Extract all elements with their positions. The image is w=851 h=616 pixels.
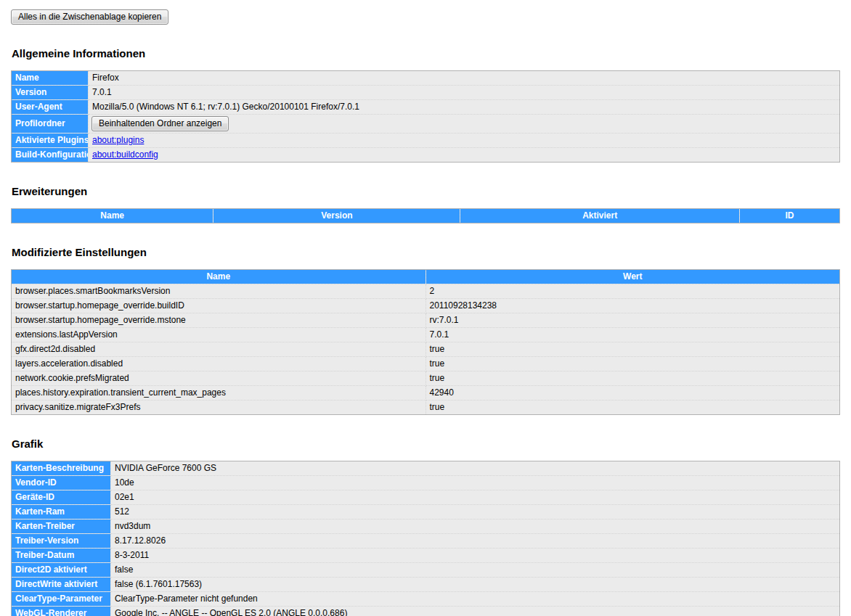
column-header-name: Name [12, 270, 426, 284]
pref-value: rv:7.0.1 [426, 313, 840, 328]
column-header-name: Name [12, 209, 213, 223]
table-row: browser.startup.homepage_override.mstone… [12, 313, 840, 328]
pref-value: true [426, 371, 840, 386]
row-label: Vendor-ID [12, 476, 111, 490]
general-info-table: Name Firefox Version 7.0.1 User-Agent Mo… [11, 70, 840, 163]
graphics-table: Karten-BeschreibungNVIDIA GeForce 7600 G… [11, 461, 840, 616]
row-value: Mozilla/5.0 (Windows NT 6.1; rv:7.0.1) G… [89, 100, 840, 115]
pref-name: privacy.sanitize.migrateFx3Prefs [12, 401, 426, 415]
table-row: extensions.lastAppVersion7.0.1 [12, 328, 840, 342]
pref-name: gfx.direct2d.disabled [12, 342, 426, 357]
row-value: nvd3dum [111, 520, 840, 534]
row-value: 7.0.1 [89, 86, 840, 100]
about-buildconfig-link[interactable]: about:buildconfig [92, 149, 158, 160]
table-row: privacy.sanitize.migrateFx3Prefstrue [12, 401, 840, 415]
row-label: Version [12, 86, 89, 100]
row-value: false (6.1.7601.17563) [111, 578, 840, 592]
modified-prefs-table: Name Wert browser.places.smartBookmarksV… [11, 269, 840, 415]
table-row: Karten-Treibernvd3dum [12, 520, 840, 534]
extensions-table: Name Version Aktiviert ID [11, 208, 840, 223]
table-row: network.cookie.prefsMigratedtrue [12, 371, 840, 386]
table-row: Treiber-Version8.17.12.8026 [12, 534, 840, 549]
table-row: browser.places.smartBookmarksVersion2 [12, 284, 840, 299]
pref-value: true [426, 342, 840, 357]
row-label: Geräte-ID [12, 490, 111, 505]
row-label: WebGL-Renderer [12, 607, 111, 616]
table-row: WebGL-RendererGoogle Inc. -- ANGLE -- Op… [12, 607, 840, 616]
table-row: Vendor-ID10de [12, 476, 840, 490]
table-row: Geräte-ID02e1 [12, 490, 840, 505]
show-profile-folder-button[interactable]: Beinhaltenden Ordner anzeigen [91, 116, 229, 131]
column-header-id: ID [739, 209, 839, 223]
row-value: NVIDIA GeForce 7600 GS [111, 461, 840, 476]
pref-name: network.cookie.prefsMigrated [12, 371, 426, 386]
table-header-row: Name Version Aktiviert ID [12, 209, 840, 223]
column-header-version: Version [213, 209, 460, 223]
extensions-table-head: Name Version Aktiviert ID [12, 209, 840, 223]
row-label: Direct2D aktiviert [12, 563, 111, 578]
table-row: Name Firefox [12, 71, 840, 86]
row-label: Karten-Ram [12, 505, 111, 520]
row-label: Build-Konfiguration [12, 148, 89, 163]
row-value: 02e1 [111, 490, 840, 505]
pref-name: browser.startup.homepage_override.mstone [12, 313, 426, 328]
row-value: Google Inc. -- ANGLE -- OpenGL ES 2.0 (A… [111, 607, 840, 616]
row-label: ClearType-Parameter [12, 592, 111, 607]
row-label: Karten-Beschreibung [12, 461, 111, 476]
table-row: ClearType-ParameterClearType-Parameter n… [12, 592, 840, 607]
table-row: places.history.expiration.transient_curr… [12, 386, 840, 401]
row-value: about:plugins [89, 134, 840, 148]
pref-value: 2 [426, 284, 840, 299]
row-label: Treiber-Datum [12, 549, 111, 563]
pref-value: 7.0.1 [426, 328, 840, 342]
row-value: false [111, 563, 840, 578]
row-label: Profilordner [12, 115, 89, 134]
general-info-body: Name Firefox Version 7.0.1 User-Agent Mo… [12, 71, 840, 163]
copy-all-to-clipboard-button[interactable]: Alles in die Zwischenablage kopieren [11, 9, 168, 25]
table-row: Karten-BeschreibungNVIDIA GeForce 7600 G… [12, 461, 840, 476]
row-label: Treiber-Version [12, 534, 111, 549]
table-row: gfx.direct2d.disabledtrue [12, 342, 840, 357]
table-row: Karten-Ram512 [12, 505, 840, 520]
pref-name: extensions.lastAppVersion [12, 328, 426, 342]
column-header-aktiviert: Aktiviert [460, 209, 740, 223]
pref-value: true [426, 357, 840, 371]
row-label: Karten-Treiber [12, 520, 111, 534]
row-value: ClearType-Parameter nicht gefunden [111, 592, 840, 607]
pref-value: 42940 [426, 386, 840, 401]
pref-name: layers.acceleration.disabled [12, 357, 426, 371]
row-label: User-Agent [12, 100, 89, 115]
table-row: layers.acceleration.disabledtrue [12, 357, 840, 371]
table-row: Direct2D aktiviertfalse [12, 563, 840, 578]
modified-prefs-table-head: Name Wert [12, 270, 840, 284]
row-value: 8.17.12.8026 [111, 534, 840, 549]
table-row: Treiber-Datum8-3-2011 [12, 549, 840, 563]
table-row: Version 7.0.1 [12, 86, 840, 100]
section-title-graphics: Grafik [12, 438, 840, 450]
table-row: Aktivierte Plugins about:plugins [12, 134, 840, 148]
section-title-modified-prefs: Modifizierte Einstellungen [12, 246, 840, 258]
row-label: DirectWrite aktiviert [12, 578, 111, 592]
row-value: 10de [111, 476, 840, 490]
row-value: 512 [111, 505, 840, 520]
column-header-wert: Wert [426, 270, 840, 284]
row-label: Aktivierte Plugins [12, 134, 89, 148]
about-plugins-link[interactable]: about:plugins [92, 135, 144, 145]
table-row: User-Agent Mozilla/5.0 (Windows NT 6.1; … [12, 100, 840, 115]
section-title-general: Allgemeine Informationen [12, 47, 840, 59]
graphics-body: Karten-BeschreibungNVIDIA GeForce 7600 G… [12, 461, 840, 616]
modified-prefs-body: browser.places.smartBookmarksVersion2bro… [12, 284, 840, 415]
row-value: Firefox [89, 71, 840, 86]
table-row: Build-Konfiguration about:buildconfig [12, 148, 840, 163]
row-value: about:buildconfig [89, 148, 840, 163]
pref-name: browser.places.smartBookmarksVersion [12, 284, 426, 299]
table-row: DirectWrite aktiviertfalse (6.1.7601.175… [12, 578, 840, 592]
pref-value: 20110928134238 [426, 299, 840, 313]
pref-name: places.history.expiration.transient_curr… [12, 386, 426, 401]
row-value: 8-3-2011 [111, 549, 840, 563]
table-header-row: Name Wert [12, 270, 840, 284]
section-title-extensions: Erweiterungen [12, 185, 840, 197]
table-row: Profilordner Beinhaltenden Ordner anzeig… [12, 115, 840, 134]
table-row: browser.startup.homepage_override.buildI… [12, 299, 840, 313]
row-value: Beinhaltenden Ordner anzeigen [89, 115, 840, 134]
